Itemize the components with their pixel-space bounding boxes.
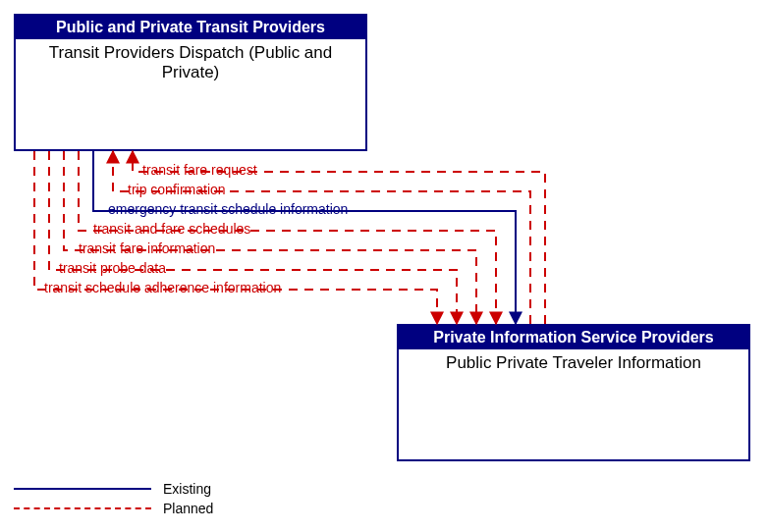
flow-label-trip-confirmation: trip confirmation: [128, 182, 226, 197]
flow-label-emergency-transit-schedule: emergency transit schedule information: [108, 201, 348, 217]
legend-row-planned: Planned: [14, 499, 213, 518]
legend-label-existing: Existing: [163, 481, 211, 497]
flow-line: [64, 151, 476, 324]
flow-line: [79, 151, 496, 324]
flow-label-transit-fare-information: transit fare information: [79, 240, 215, 256]
legend-line-planned: [14, 507, 151, 509]
legend-row-existing: Existing: [14, 479, 213, 499]
flow-label-transit-fare-request: transit fare request: [142, 162, 257, 178]
flow-label-transit-and-fare-schedules: transit and fare schedules: [93, 221, 250, 237]
legend-line-existing: [14, 488, 151, 490]
legend-label-planned: Planned: [163, 501, 213, 516]
flow-label-transit-schedule-adherence: transit schedule adherence information: [44, 280, 281, 295]
legend: Existing Planned: [14, 479, 213, 518]
flow-label-transit-probe-data: transit probe data: [59, 260, 166, 276]
